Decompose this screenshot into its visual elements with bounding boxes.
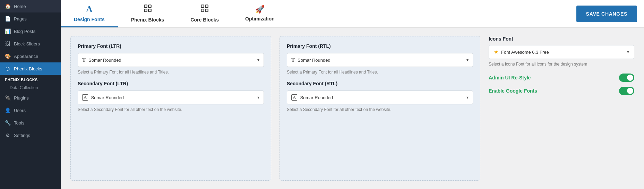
tab-phenix-blocks-label: Phenix Blocks bbox=[131, 17, 164, 23]
chevron-down-icon: ▾ bbox=[257, 58, 259, 62]
phenix-blocks-icon: ⬡ bbox=[5, 66, 10, 71]
ltr-secondary-select[interactable]: A Somar Rounded ▾ bbox=[78, 91, 264, 104]
font-type2-icon: A bbox=[82, 94, 88, 101]
core-blocks-tab-icon bbox=[200, 4, 209, 15]
rtl-font-panel: Primary Font (RTL) 𝐓 Somar Rounded ▾ Sel… bbox=[280, 36, 480, 181]
svg-rect-1 bbox=[148, 5, 151, 8]
ltr-secondary-title: Secondary Font (LTR) bbox=[78, 81, 264, 86]
icons-font-chevron-icon: ▾ bbox=[627, 50, 629, 54]
sidebar-label-settings: Settings bbox=[14, 133, 30, 138]
sidebar-label-phenix-blocks: Phenix Blocks bbox=[14, 66, 42, 71]
svg-rect-4 bbox=[201, 5, 204, 8]
svg-rect-2 bbox=[144, 9, 147, 12]
rtl-primary-title: Primary Font (RTL) bbox=[287, 43, 473, 49]
users-icon: 👤 bbox=[5, 108, 10, 113]
sidebar-item-block-sliders[interactable]: 🖼 Block Sliders bbox=[0, 37, 61, 50]
rtl-secondary-select[interactable]: A Somar Rounded ▾ bbox=[287, 91, 473, 104]
rtl-font-type2-icon: A bbox=[291, 94, 297, 101]
icons-font-value: Font Awesome 6.3 Free bbox=[501, 50, 549, 55]
tab-bar: A Design Fonts Phenix Blocks Core Blocks bbox=[61, 0, 288, 27]
icons-font-hint: Select a Icons Font for all icons for th… bbox=[489, 62, 634, 67]
svg-rect-5 bbox=[205, 5, 208, 8]
icons-font-select[interactable]: ★ Font Awesome 6.3 Free ▾ bbox=[489, 45, 634, 59]
ltr-secondary-value: Somar Rounded bbox=[91, 95, 124, 100]
svg-rect-6 bbox=[201, 9, 204, 12]
ltr-secondary-hint: Select a Secondary Font for all other te… bbox=[78, 107, 264, 112]
sidebar-label-pages: Pages bbox=[14, 16, 27, 22]
svg-rect-0 bbox=[144, 5, 147, 8]
sidebar-label-tools: Tools bbox=[14, 120, 24, 126]
home-icon: 🏠 bbox=[5, 3, 10, 9]
tab-optimization-label: Optimization bbox=[245, 16, 275, 22]
enable-google-fonts-row: Enable Google Fonts bbox=[489, 87, 634, 95]
pages-icon: 📄 bbox=[5, 16, 10, 22]
admin-ui-restyle-row: Admin UI Re-Style bbox=[489, 74, 634, 82]
rtl-primary-select[interactable]: 𝐓 Somar Rounded ▾ bbox=[287, 53, 473, 67]
star-icon: ★ bbox=[494, 49, 498, 55]
sidebar-item-appearance[interactable]: 🎨 Appearance bbox=[0, 50, 61, 62]
sidebar-item-blog-posts[interactable]: 📊 Blog Posts bbox=[0, 25, 61, 37]
phenix-blocks-tab-icon bbox=[143, 4, 152, 15]
sidebar-item-pages[interactable]: 📄 Pages bbox=[0, 12, 61, 25]
rtl-font-type-icon: 𝐓 bbox=[291, 57, 295, 63]
sidebar-label-home: Home bbox=[14, 4, 26, 9]
sidebar-section-label: Phenix Blocks bbox=[0, 75, 61, 83]
tab-core-blocks[interactable]: Core Blocks bbox=[177, 0, 232, 27]
rtl-primary-hint: Select a Primary Font for all Headlines … bbox=[287, 70, 473, 75]
sidebar-label-plugins: Plugins bbox=[14, 95, 29, 101]
enable-google-fonts-toggle[interactable] bbox=[619, 87, 634, 95]
ltr-primary-value: Somar Rounded bbox=[88, 58, 121, 63]
tools-icon: 🔧 bbox=[5, 120, 10, 126]
sidebar-item-settings[interactable]: ⚙ Settings bbox=[0, 129, 61, 141]
rtl-primary-value: Somar Rounded bbox=[298, 58, 330, 63]
sidebar-label-block-sliders: Block Sliders bbox=[14, 41, 40, 46]
sidebar-item-tools[interactable]: 🔧 Tools bbox=[0, 117, 61, 129]
sidebar-item-phenix-blocks[interactable]: ⬡ Phenix Blocks bbox=[0, 62, 61, 75]
ltr-primary-select[interactable]: 𝐓 Somar Rounded ▾ bbox=[78, 53, 264, 67]
admin-ui-restyle-label: Admin UI Re-Style bbox=[489, 75, 531, 80]
optimization-tab-icon: 🚀 bbox=[255, 5, 265, 14]
sidebar-item-home[interactable]: 🏠 Home bbox=[0, 0, 61, 12]
plugins-icon: 🔌 bbox=[5, 95, 10, 101]
sidebar-label-appearance: Appearance bbox=[14, 54, 38, 59]
tab-phenix-blocks[interactable]: Phenix Blocks bbox=[118, 0, 178, 27]
svg-rect-3 bbox=[148, 9, 151, 12]
sidebar-label-blog-posts: Blog Posts bbox=[14, 29, 35, 34]
appearance-icon: 🎨 bbox=[5, 53, 10, 59]
admin-ui-restyle-toggle[interactable] bbox=[619, 74, 634, 82]
tab-design-fonts-label: Design Fonts bbox=[74, 17, 105, 22]
icons-font-label: Icons Font bbox=[489, 36, 634, 42]
sidebar-subsection-label: Data Collection bbox=[0, 83, 61, 92]
sidebar: 🏠 Home 📄 Pages 📊 Blog Posts 🖼 Block Slid… bbox=[0, 0, 61, 189]
rtl-secondary-hint: Select a Secondary Font for all other te… bbox=[287, 107, 473, 112]
content-area: Primary Font (LTR) 𝐓 Somar Rounded ▾ Sel… bbox=[61, 28, 644, 189]
rtl-chevron-down-icon: ▾ bbox=[466, 58, 469, 62]
sidebar-label-users: Users bbox=[14, 108, 26, 113]
ltr-primary-title: Primary Font (LTR) bbox=[78, 43, 264, 49]
block-sliders-icon: 🖼 bbox=[5, 41, 10, 46]
sidebar-item-users[interactable]: 👤 Users bbox=[0, 104, 61, 117]
design-fonts-icon: A bbox=[86, 4, 93, 15]
font-type-icon: 𝐓 bbox=[82, 57, 86, 63]
svg-rect-7 bbox=[205, 9, 208, 12]
rtl-secondary-value: Somar Rounded bbox=[300, 95, 333, 100]
right-panel: Icons Font ★ Font Awesome 6.3 Free ▾ Sel… bbox=[489, 36, 634, 181]
tab-core-blocks-label: Core Blocks bbox=[190, 17, 219, 23]
rtl-secondary-title: Secondary Font (RTL) bbox=[287, 81, 473, 86]
main-content: A Design Fonts Phenix Blocks Core Blocks bbox=[61, 0, 644, 189]
save-changes-button[interactable]: SAVE CHANGES bbox=[576, 6, 637, 22]
enable-google-fonts-label: Enable Google Fonts bbox=[489, 88, 537, 94]
ltr-primary-hint: Select a Primary Font for all Headlines … bbox=[78, 70, 264, 75]
ltr-font-panel: Primary Font (LTR) 𝐓 Somar Rounded ▾ Sel… bbox=[70, 36, 271, 181]
settings-icon: ⚙ bbox=[5, 132, 10, 138]
tab-optimization[interactable]: 🚀 Optimization bbox=[232, 0, 288, 27]
blog-posts-icon: 📊 bbox=[5, 28, 10, 34]
topbar: A Design Fonts Phenix Blocks Core Blocks bbox=[61, 0, 644, 28]
rtl-chevron-down2-icon: ▾ bbox=[466, 95, 469, 100]
tab-design-fonts[interactable]: A Design Fonts bbox=[61, 0, 118, 27]
chevron-down2-icon: ▾ bbox=[257, 95, 259, 100]
sidebar-item-plugins[interactable]: 🔌 Plugins bbox=[0, 92, 61, 104]
